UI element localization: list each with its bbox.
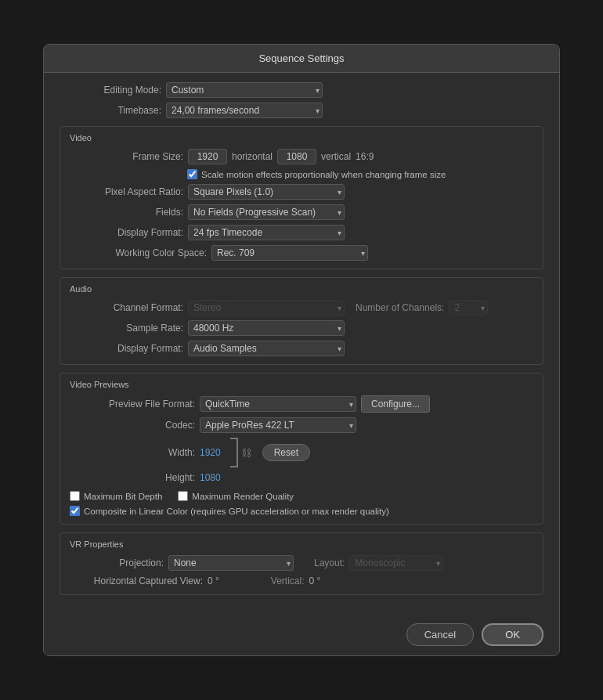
codec-select[interactable]: Apple ProRes 422 LT (200, 417, 356, 433)
frame-width-input[interactable] (188, 149, 227, 164)
video-display-format-label: Display Format: (70, 227, 183, 238)
sample-rate-select-wrapper: 48000 Hz (188, 320, 345, 336)
projection-layout-row: Projection: None Layout: Monoscopic (70, 555, 533, 571)
layout-select[interactable]: Monoscopic (349, 555, 443, 571)
pixel-aspect-ratio-label: Pixel Aspect Ratio: (70, 186, 183, 197)
video-display-format-select[interactable]: 24 fps Timecode (188, 225, 345, 240)
ok-button[interactable]: OK (482, 623, 543, 646)
layout-label: Layout: (314, 557, 345, 568)
preview-height-value[interactable]: 1080 (200, 472, 221, 483)
timebase-select-wrapper: 24,00 frames/second (166, 103, 323, 118)
channel-format-select[interactable]: Stereo (188, 300, 345, 316)
fields-label: Fields: (70, 207, 183, 218)
editing-mode-select[interactable]: Custom (166, 82, 323, 98)
max-bit-depth-checkbox[interactable] (70, 491, 80, 501)
link-chain-icon: ⛓ (241, 447, 251, 459)
editing-mode-label: Editing Mode: (60, 85, 161, 96)
preview-file-format-row: Preview File Format: QuickTime Configure… (70, 395, 533, 413)
preview-file-format-select[interactable]: QuickTime (200, 396, 356, 412)
working-color-space-select[interactable]: Rec. 709 (211, 245, 368, 261)
projection-select-wrapper: None (168, 555, 294, 571)
video-section: Video Frame Size: horizontal vertical 16… (60, 126, 543, 269)
sample-rate-label: Sample Rate: (70, 323, 183, 334)
channel-format-row: Channel Format: Stereo Number of Channel… (70, 300, 533, 316)
frame-size-label: Frame Size: (70, 151, 183, 162)
bottom-buttons: Cancel OK (44, 615, 559, 655)
configure-button[interactable]: Configure... (361, 395, 430, 413)
reset-button[interactable]: Reset (262, 444, 310, 461)
projection-select[interactable]: None (168, 555, 294, 571)
sample-rate-select[interactable]: 48000 Hz (188, 320, 345, 336)
horizontal-captured-value: 0 ° (208, 576, 219, 586)
composite-linear-row: Composite in Linear Color (requires GPU … (70, 506, 533, 516)
preview-width-value[interactable]: 1920 (200, 447, 221, 458)
preview-file-format-label: Preview File Format: (70, 399, 195, 410)
fields-row: Fields: No Fields (Progressive Scan) (70, 204, 533, 220)
horizontal-captured-label: Horizontal Captured View: (70, 576, 203, 586)
max-render-quality-row: Maximum Render Quality (178, 491, 294, 501)
channel-format-label: Channel Format: (70, 302, 183, 313)
audio-section-title: Audio (70, 284, 533, 294)
preview-width-label: Width: (70, 447, 195, 458)
preview-height-label: Height: (70, 472, 195, 483)
audio-display-format-label: Display Format: (70, 343, 183, 354)
aspect-ratio-text: 16:9 (356, 151, 374, 162)
channel-format-select-wrapper: Stereo (188, 300, 345, 316)
vertical-value: 0 ° (309, 576, 321, 586)
timebase-select[interactable]: 24,00 frames/second (166, 103, 323, 118)
timebase-label: Timebase: (60, 105, 161, 116)
video-display-format-select-wrapper: 24 fps Timecode (188, 225, 345, 240)
top-fields: Editing Mode: Custom Timebase: 24,00 fra… (60, 82, 543, 118)
preview-height-row: Height: 1080 (70, 472, 533, 483)
preview-width-row: Width: 1920 ⛓ Reset (70, 438, 533, 467)
codec-select-wrapper: Apple ProRes 422 LT (200, 417, 356, 433)
composite-linear-checkbox[interactable] (70, 506, 80, 516)
vertical-text: vertical (321, 151, 351, 162)
working-color-space-label: Working Color Space: (70, 247, 207, 258)
vertical-label: Vertical: (271, 576, 305, 586)
preview-file-format-select-wrapper: QuickTime (200, 396, 356, 412)
num-channels-select[interactable]: 2 (449, 300, 488, 316)
max-bit-depth-row: Maximum Bit Depth (70, 491, 162, 501)
editing-mode-select-wrapper: Custom (166, 82, 323, 98)
pixel-aspect-ratio-select-wrapper: Square Pixels (1.0) (188, 184, 345, 200)
scale-motion-checkbox[interactable] (187, 169, 197, 179)
sample-rate-row: Sample Rate: 48000 Hz (70, 320, 533, 336)
working-color-space-select-wrapper: Rec. 709 (211, 245, 368, 261)
max-render-quality-label: Maximum Render Quality (192, 492, 294, 501)
projection-label: Projection: (70, 557, 164, 568)
frame-height-input[interactable] (277, 149, 316, 164)
vr-properties-title: VR Properties (70, 539, 533, 549)
audio-section: Audio Channel Format: Stereo Number of C… (60, 277, 543, 365)
scale-motion-row: Scale motion effects proportionally when… (187, 169, 533, 179)
layout-select-wrapper: Monoscopic (349, 555, 443, 571)
video-previews-section: Video Previews Preview File Format: Quic… (60, 373, 543, 525)
audio-display-format-row: Display Format: Audio Samples (70, 341, 533, 356)
max-render-quality-checkbox[interactable] (178, 491, 188, 501)
fields-select-wrapper: No Fields (Progressive Scan) (188, 204, 345, 220)
timebase-row: Timebase: 24,00 frames/second (60, 103, 543, 118)
horizontal-text: horizontal (232, 151, 273, 162)
bracket-right-icon (230, 438, 238, 467)
dialog-title: Sequence Settings (44, 45, 559, 73)
pixel-aspect-ratio-row: Pixel Aspect Ratio: Square Pixels (1.0) (70, 184, 533, 200)
cancel-button[interactable]: Cancel (406, 623, 474, 646)
num-channels-select-wrapper: 2 (449, 300, 488, 316)
fields-select[interactable]: No Fields (Progressive Scan) (188, 204, 345, 220)
max-bit-depth-label: Maximum Bit Depth (84, 492, 162, 501)
video-previews-title: Video Previews (70, 380, 533, 389)
editing-mode-row: Editing Mode: Custom (60, 82, 543, 98)
num-channels-label: Number of Channels: (356, 302, 444, 313)
video-display-format-row: Display Format: 24 fps Timecode (70, 225, 533, 240)
captured-view-row: Horizontal Captured View: 0 ° Vertical: … (70, 576, 533, 586)
codec-label: Codec: (70, 420, 195, 431)
frame-size-row: Frame Size: horizontal vertical 16:9 (70, 149, 533, 164)
composite-linear-label: Composite in Linear Color (requires GPU … (84, 507, 389, 516)
pixel-aspect-ratio-select[interactable]: Square Pixels (1.0) (188, 184, 345, 200)
codec-row: Codec: Apple ProRes 422 LT (70, 417, 533, 433)
sequence-settings-dialog: Sequence Settings Editing Mode: Custom T… (43, 44, 560, 656)
working-color-space-row: Working Color Space: Rec. 709 (70, 245, 533, 261)
video-section-title: Video (70, 133, 533, 143)
checkbox-row-1: Maximum Bit Depth Maximum Render Quality (70, 488, 533, 501)
audio-display-format-select[interactable]: Audio Samples (188, 341, 345, 356)
